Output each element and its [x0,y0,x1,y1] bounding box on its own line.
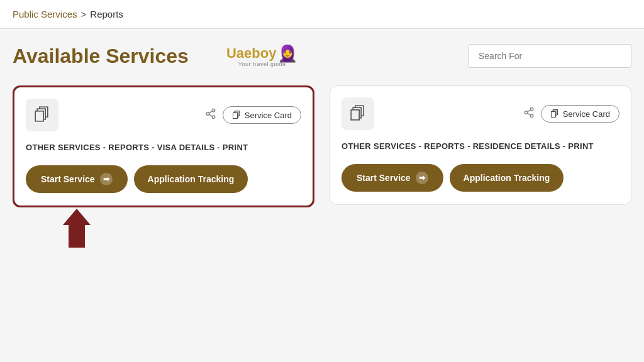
card-actions-2: Start Service ➡ Application Tracking [341,164,619,192]
logo-uae: Uae [226,45,252,61]
start-service-label-2: Start Service [357,173,411,183]
arrow-icon-1: ➡ [100,173,113,185]
start-service-button-1[interactable]: Start Service ➡ [26,165,128,193]
svg-line-3 [209,114,212,116]
breadcrumb-parent[interactable]: Public Services [13,9,77,19]
arrow-head [63,209,91,225]
card-description-2: OTHER SERVICES - REPORTS - RESIDENCE DET… [341,140,619,153]
cards-grid: 🗍 🗍 Service Card [13,85,631,248]
breadcrumb-current: Reports [90,9,123,19]
header-left: Available Services Uaeboy 🧕 Your travel … [13,45,297,68]
tracking-label-1: Application Tracking [148,174,235,184]
svg-line-9 [527,109,530,111]
card-top-right-2: 🗍 Service Card [523,105,619,123]
card-top-2: 🗍 🗍 Service Card [341,97,619,130]
service-card-button-1[interactable]: 🗍 Service Card [223,106,301,124]
logo-text: Uaeboy [226,47,276,60]
breadcrumb-bar: Public Services > Reports [0,0,644,29]
start-service-label-1: Start Service [41,174,95,184]
search-input[interactable] [468,44,631,68]
card-actions-1: Start Service ➡ Application Tracking [26,165,301,193]
card-btn-icon-2: 🗍 [550,109,559,119]
service-card-label-1: Service Card [245,111,292,120]
service-card-button-2[interactable]: 🗍 Service Card [541,105,619,123]
arrow-shaft [69,225,85,248]
start-service-button-2[interactable]: Start Service ➡ [341,164,443,192]
share-icon-2[interactable] [523,107,535,121]
page-title: Available Services [13,45,189,68]
arrow-up [63,209,91,248]
main-content: Available Services Uaeboy 🧕 Your travel … [0,29,644,263]
header-row: Available Services Uaeboy 🧕 Your travel … [13,44,631,68]
service-card-1: 🗍 🗍 Service Card [13,85,314,207]
breadcrumb-separator: > [81,9,87,19]
svg-line-4 [209,111,212,112]
service-card-2: 🗍 🗍 Service Card OTHER SERVICES - REPORT… [330,85,631,205]
card-btn-icon-1: 🗍 [232,110,241,120]
arrow-annotation [13,209,314,248]
service-card-label-2: Service Card [563,109,610,119]
tracking-label-2: Application Tracking [464,173,550,183]
arrow-icon-2: ➡ [416,172,428,184]
card-top-1: 🗍 🗍 Service Card [26,99,301,131]
svg-line-8 [527,113,530,115]
logo: Uaeboy 🧕 Your travel guide [226,45,297,67]
doc-icon-2: 🗍 [341,97,374,130]
logo-emoji: 🧕 [277,45,297,62]
card-description-1: OTHER SERVICES - REPORTS - VISA DETAILS … [26,141,301,154]
logo-subtitle: Your travel guide [238,62,286,67]
logo-boy: boy [252,45,276,61]
share-icon-1[interactable] [205,108,216,123]
application-tracking-button-1[interactable]: Application Tracking [134,165,248,193]
doc-icon-1: 🗍 [26,99,58,131]
card-top-right-1: 🗍 Service Card [205,106,301,124]
application-tracking-button-2[interactable]: Application Tracking [450,164,564,192]
